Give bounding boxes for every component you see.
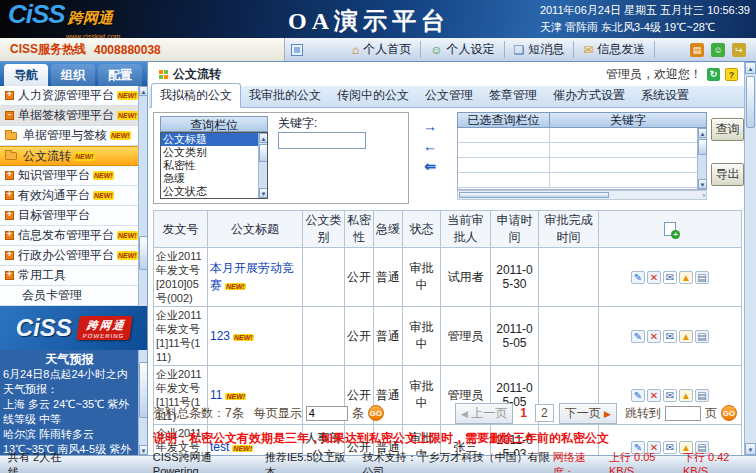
sidebar-item-common-tools[interactable]: 常用工具 [0,266,147,286]
export-button[interactable]: 导出 [711,163,744,186]
edit-icon[interactable]: ✎ [631,389,645,402]
sidebar-item-form-management[interactable]: 单据管理与签核 NEW! [0,126,147,146]
main-scrollbar[interactable]: ▲ ▼ [744,62,756,455]
edit-icon[interactable]: ✎ [631,271,645,284]
tab-my-approval-docs[interactable]: 我审批的公文 [241,84,329,107]
tab-reminder-settings[interactable]: 催办方式设置 [545,84,633,107]
scroll-down-icon[interactable]: ▼ [139,445,147,455]
sidebar-item-form-approval-platform[interactable]: 单据签核管理平台 NEW! [0,106,147,126]
flow-chart-icon[interactable]: ▲ [679,330,693,343]
jump-page-input[interactable] [665,406,701,421]
browser-note: 推荐IE5.5以上版本 [265,450,349,473]
delete-icon[interactable]: ✕ [647,330,661,343]
tab-circulating-docs[interactable]: 传阅中的公文 [329,84,417,107]
field-option-doc-status[interactable]: 公文状态 [161,185,267,198]
personal-settings-button[interactable]: ☺ 个人设定 [421,41,504,58]
selected-query-row[interactable] [458,173,706,188]
mail-icon[interactable]: ✉ [663,389,677,402]
short-message-button[interactable]: ❏ 短消息 [505,41,575,58]
move-left-button[interactable]: ← [417,139,443,156]
selected-query-hscrollbar[interactable]: › [457,190,707,200]
tab-my-drafted-docs[interactable]: 我拟稿的公文 [151,83,241,108]
selected-query-row[interactable] [458,143,706,158]
network-disk-icon[interactable]: ▤ [690,43,704,57]
flow-chart-icon[interactable]: ▲ [679,389,693,402]
send-info-button[interactable]: ✉ 信息发送 [574,41,655,58]
sidebar-scrollbar[interactable]: ▲ [138,86,147,306]
delete-icon[interactable]: ✕ [647,389,661,402]
next-page-button[interactable]: 下一页 ▶ [559,403,617,424]
scroll-up-icon[interactable]: ▲ [259,133,268,143]
scroll-up-icon[interactable]: ▲ [139,86,148,96]
selected-query-row[interactable] [458,158,706,173]
table-row: 企业2011年发文号[1]11号(111) 123NEW! 公开 普通 审批中 … [154,307,742,366]
tab-doc-management[interactable]: 公文管理 [417,84,481,107]
print-icon[interactable]: ▤ [695,389,709,402]
scroll-down-icon[interactable]: ▼ [259,188,268,198]
scrollbar-thumb[interactable] [698,139,707,155]
move-right-button[interactable]: → [417,119,443,136]
upload-speed: 上行 0.05 KB/S [609,450,677,473]
sidebar-item-info-publish-platform[interactable]: 信息发布管理平台 NEW! [0,226,147,246]
listbox-scrollbar[interactable]: ▲ ▼ [258,133,267,198]
logout-icon[interactable]: ↪ [732,43,746,57]
collapse-icon[interactable] [291,44,303,56]
scrollbar-thumb[interactable] [459,192,609,198]
scrollbar-thumb[interactable] [746,76,755,128]
print-icon[interactable]: ▤ [695,330,709,343]
scroll-down-icon[interactable]: ▼ [698,179,707,189]
move-all-left-button[interactable]: ⇐ [417,159,443,176]
mail-icon[interactable]: ✉ [663,271,677,284]
online-users-icon[interactable]: ☺ [711,43,725,57]
page-number-2[interactable]: 2 [535,404,554,422]
field-option-doc-category[interactable]: 公文类别 [161,146,267,159]
sidebar-item-knowledge-platform[interactable]: 知识管理平台 NEW! [0,166,147,186]
sidebar-item-document-flow[interactable]: 公文流转 NEW! [0,146,147,166]
field-option-privacy[interactable]: 私密性 [161,159,267,172]
scroll-up-icon[interactable]: ▲ [698,128,707,138]
scrollbar-thumb[interactable] [259,144,268,162]
tab-seal-management[interactable]: 签章管理 [481,84,545,107]
scrollbar-thumb[interactable] [139,236,148,270]
sidebar-item-goal-platform[interactable]: 目标管理平台 [0,206,147,226]
sidebar-item-hr-platform[interactable]: 人力资源管理平台 NEW! [0,86,147,106]
help-icon[interactable]: ? [725,68,738,81]
personal-home-button[interactable]: ⌂ 个人首页 [343,41,421,58]
sidebar-item-communication-platform[interactable]: 有效沟通平台 NEW! [0,186,147,206]
sidebar-tab-organization[interactable]: 组织 [51,64,95,86]
sidebar-item-admin-office-platform[interactable]: 行政办公管理平台 NEW! [0,246,147,266]
keyword-input[interactable] [278,132,366,149]
sidebar-tab-navigation[interactable]: 导航 [4,64,48,86]
query-buttons: 查询 导出 [711,118,744,208]
tab-system-settings[interactable]: 系统设置 [633,84,697,107]
page-number-current[interactable]: 1 [520,406,527,420]
delete-icon[interactable]: ✕ [647,271,661,284]
doc-title-link[interactable]: 11 [210,388,222,402]
selected-query-row[interactable] [458,128,706,143]
scroll-up-icon[interactable]: ▲ [745,62,756,74]
sidebar-tab-config[interactable]: 配置 [98,64,142,86]
weather-scrollbar[interactable]: ▼ [138,350,147,455]
jump-go-button[interactable]: GO [721,405,737,421]
add-document-icon[interactable] [664,222,676,236]
col-doc-no: 发文号 [154,211,208,248]
mail-icon[interactable]: ✉ [663,330,677,343]
query-fields-listbox[interactable]: 公文标题 公文类别 私密性 急缓 公文状态 ▲ ▼ [160,132,268,199]
search-button[interactable]: 查询 [711,118,744,141]
print-icon[interactable]: ▤ [695,271,709,284]
scrollbar-thumb[interactable] [139,362,147,418]
field-option-doc-title[interactable]: 公文标题 [161,133,267,146]
selected-query-vscrollbar[interactable]: ▲ ▼ [697,128,706,189]
field-option-urgency[interactable]: 急缓 [161,172,267,185]
doc-title-link[interactable]: 本月开展劳动竞赛 [210,261,294,292]
edit-icon[interactable]: ✎ [631,330,645,343]
prev-page-button[interactable]: ◀ 上一页 [455,403,513,424]
flow-chart-icon[interactable]: ▲ [679,271,693,284]
doc-title-link[interactable]: 123 [210,329,230,343]
refresh-icon[interactable]: ↻ [707,68,720,81]
per-page-go-button[interactable]: GO [368,405,384,421]
plus-icon [5,271,14,280]
scroll-right-icon[interactable]: › [703,191,706,200]
per-page-input[interactable] [306,406,348,421]
sidebar-item-member-card[interactable]: 会员卡管理 [0,286,147,306]
